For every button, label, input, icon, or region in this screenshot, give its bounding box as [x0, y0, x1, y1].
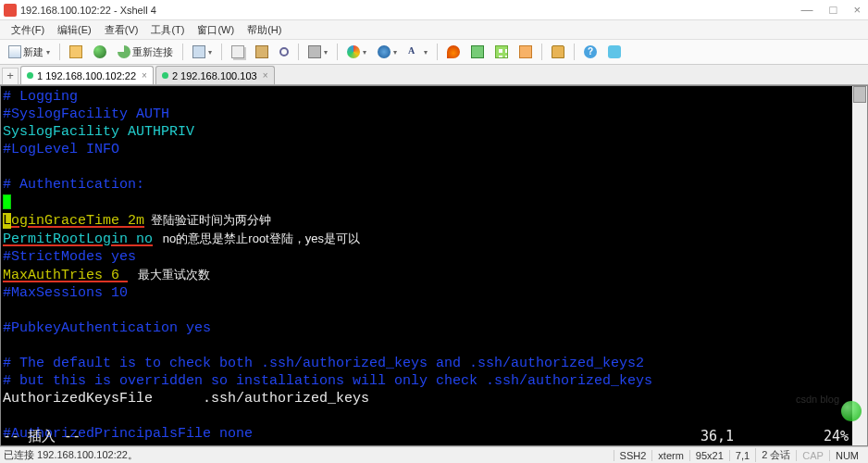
menu-file[interactable]: 文件(F)	[6, 21, 50, 39]
window-title: 192.168.100.102:22 - Xshell 4	[20, 5, 798, 16]
paste-button[interactable]	[251, 43, 273, 61]
chat-button[interactable]	[603, 43, 626, 61]
status-termtype: xterm	[651, 450, 689, 461]
globe-icon	[378, 45, 391, 58]
print-button[interactable]: ▾	[304, 43, 332, 61]
world-button[interactable]: ▾	[373, 43, 402, 61]
term-line: #LogLevel INFO	[3, 141, 865, 158]
corner-badge-icon	[841, 401, 862, 421]
separator	[59, 44, 60, 60]
term-line: # Logging	[3, 88, 865, 106]
separator	[541, 44, 542, 60]
menu-tools[interactable]: 工具(T)	[145, 21, 190, 39]
scroll-thumb[interactable]	[853, 86, 866, 103]
terminal[interactable]: # Logging #SyslogFacility AUTH SyslogFac…	[0, 85, 868, 446]
menu-edit[interactable]: 编辑(E)	[52, 21, 97, 39]
new-file-icon	[8, 45, 21, 58]
vim-cursor-pos: 36,1	[701, 428, 812, 445]
tab-label: 2 192.168.100.103	[172, 70, 257, 81]
term-line: #MaxSessions 10	[3, 284, 865, 302]
maximize-button[interactable]: □	[826, 3, 841, 17]
minimize-button[interactable]: —	[798, 3, 817, 17]
status-enc: 7,1	[729, 450, 755, 461]
term-line	[3, 194, 865, 211]
open-button[interactable]	[65, 43, 87, 61]
app-icon	[4, 4, 17, 17]
help-button[interactable]: ?	[579, 43, 601, 61]
key-icon	[93, 45, 106, 58]
separator	[437, 44, 438, 60]
vim-statusline: -- 插入 -- 36,1 24%	[1, 427, 867, 445]
cascade-icon	[519, 45, 532, 58]
term-line: #StrictModes yes	[3, 248, 865, 266]
vim-mode: -- 插入 --	[1, 428, 701, 445]
lock-icon	[552, 45, 564, 58]
key-button[interactable]	[89, 43, 111, 61]
close-button[interactable]: ×	[849, 3, 864, 17]
tile-button[interactable]	[490, 43, 513, 61]
window-titlebar: 192.168.100.102:22 - Xshell 4 — □ ×	[0, 0, 868, 20]
properties-button[interactable]: ▾	[188, 43, 217, 61]
term-line	[3, 407, 865, 425]
reconnect-button[interactable]: 重新连接	[113, 43, 178, 62]
term-line	[3, 337, 865, 355]
window-controls: — □ ×	[798, 3, 864, 17]
window-icon	[192, 45, 205, 58]
folder-icon	[69, 45, 82, 58]
menu-help[interactable]: 帮助(H)	[242, 21, 287, 39]
cursor	[3, 194, 11, 209]
term-line: # but this is overridden so installation…	[3, 372, 865, 390]
palette-icon	[347, 45, 360, 58]
copy-button[interactable]	[227, 43, 249, 61]
menu-view[interactable]: 查看(V)	[99, 21, 144, 39]
separator	[298, 44, 299, 60]
chat-icon	[608, 45, 621, 58]
term-line: SyslogFacility AUTHPRIV	[3, 123, 865, 141]
tab-close-button[interactable]: ×	[140, 70, 149, 81]
flame-icon	[447, 45, 460, 58]
status-num: NUM	[829, 450, 864, 461]
term-line: LoginGraceTime 2m 登陆验证时间为两分钟	[3, 211, 865, 230]
term-line: #SyslogFacility AUTH	[3, 106, 865, 123]
lock-button[interactable]	[547, 43, 569, 61]
xshell-button[interactable]	[442, 43, 465, 61]
separator	[337, 44, 338, 60]
toolbar: 新建▾ 重新连接 ▾ ▾ ▾ ▾ A▾ ?	[0, 39, 868, 65]
find-button[interactable]	[275, 44, 293, 59]
term-line: # Authentication:	[3, 176, 865, 194]
color-button[interactable]: ▾	[342, 43, 371, 61]
search-icon	[279, 47, 289, 56]
term-line: AuthorizedKeysFile .ssh/authorized_keys	[3, 390, 865, 407]
new-button[interactable]: 新建▾	[4, 43, 55, 62]
printer-icon	[308, 45, 321, 58]
term-line: MaxAuthTries 6 最大重试次数	[3, 266, 865, 284]
scrollbar[interactable]	[852, 86, 867, 445]
menu-window[interactable]: 窗口(W)	[192, 21, 240, 39]
separator	[221, 44, 222, 60]
term-line	[3, 158, 865, 176]
status-dot-icon	[27, 72, 33, 79]
reconnect-icon	[118, 45, 130, 58]
font-button[interactable]: A▾	[403, 43, 432, 61]
new-label: 新建	[23, 45, 43, 59]
status-connection: 已连接 192.168.100.102:22。	[4, 448, 614, 462]
new-tab-button[interactable]: +	[2, 68, 19, 84]
tab-close-button[interactable]: ×	[261, 70, 270, 81]
tab-session-1[interactable]: 1 192.168.100.102:22 ×	[20, 66, 154, 84]
term-line	[3, 302, 865, 319]
status-cap: CAP	[796, 450, 829, 461]
tabbar: + 1 192.168.100.102:22 × 2 192.168.100.1…	[0, 65, 868, 85]
status-proto: SSH2	[614, 450, 652, 461]
tab-session-2[interactable]: 2 192.168.100.103 ×	[155, 66, 275, 84]
copy-icon	[231, 45, 244, 58]
cascade-button[interactable]	[515, 43, 537, 61]
term-line: #PubkeyAuthentication yes	[3, 319, 865, 337]
term-line: PermitRootLogin no no的意思是禁止root登陆，yes是可以	[3, 230, 865, 248]
term-line: # The default is to check both .ssh/auth…	[3, 355, 865, 372]
tab-label: 1 192.168.100.102:22	[37, 70, 136, 81]
separator	[182, 44, 183, 60]
transfer-icon	[471, 45, 484, 58]
help-icon: ?	[584, 45, 597, 58]
xftp-button[interactable]	[466, 43, 489, 61]
status-size: 95x21	[689, 450, 729, 461]
